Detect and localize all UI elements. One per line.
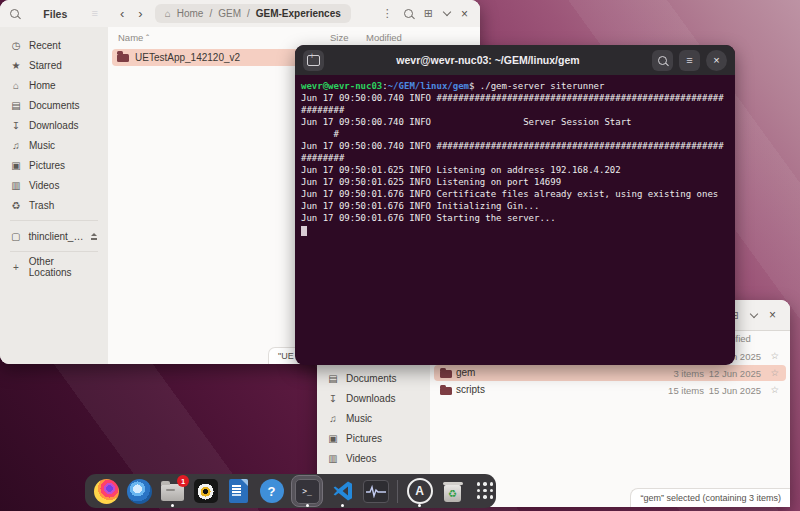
kebab-menu-icon[interactable]: ⋮ <box>382 7 393 20</box>
terminal-title: wevr@wevr-nuc03: ~/GEM/linux/gem <box>324 54 652 66</box>
app-grid-icon <box>477 482 495 500</box>
file-name: scripts <box>456 384 485 395</box>
firefox-icon <box>94 479 119 504</box>
breadcrumb-sep: / <box>247 8 250 19</box>
dock-item-help[interactable]: ? <box>258 474 285 508</box>
home-icon: ⌂ <box>165 8 171 19</box>
dock-item-thunderbird[interactable] <box>126 474 153 508</box>
sidebar-divider <box>10 220 98 221</box>
trash-icon: ♻ <box>444 485 461 502</box>
hamburger-menu-icon[interactable]: ≡ <box>92 8 98 19</box>
hamburger-menu-icon: ≡ <box>686 55 692 66</box>
grid-view-icon[interactable]: ⊞ <box>424 8 433 19</box>
sidebar-item-documents[interactable]: ▤Documents <box>0 95 108 115</box>
file-items-count: 15 items <box>634 385 704 396</box>
new-tab-button[interactable] <box>303 50 324 71</box>
shell-prompt: wevr@wevr-nuc03:~/GEM/linux/gem$ ./gem-s… <box>301 80 729 92</box>
sidebar-item-videos[interactable]: ▥Videos <box>317 448 430 468</box>
star-icon[interactable]: ☆ <box>770 384 779 395</box>
system-monitor-icon <box>363 480 389 503</box>
menu-button[interactable]: ≡ <box>679 50 700 71</box>
search-button[interactable] <box>652 50 673 71</box>
star-icon: ★ <box>10 60 22 71</box>
sidebar-item-home[interactable]: ⌂Home <box>0 75 108 95</box>
forward-button[interactable]: › <box>138 6 142 21</box>
column-header-modified[interactable]: Modified <box>366 32 402 43</box>
dock-item-a-app[interactable]: A <box>406 474 433 508</box>
download-icon: ↧ <box>10 120 22 131</box>
libreoffice-writer-icon <box>229 479 248 503</box>
table-row[interactable]: gem 3 items 12 Jun 2025 ☆ <box>434 365 786 381</box>
sort-asc-icon: ˆ <box>146 32 149 43</box>
column-header-size[interactable]: Size <box>330 32 348 43</box>
sidebar-item-documents[interactable]: ▤Documents <box>317 368 430 388</box>
a-logo-icon: A <box>407 478 433 504</box>
sidebar-item-pictures[interactable]: ▣Pictures <box>317 428 430 448</box>
search-icon[interactable] <box>404 9 413 18</box>
video-icon: ▥ <box>327 453 339 464</box>
trash-icon: ♻ <box>10 200 22 211</box>
close-button[interactable]: × <box>706 50 727 71</box>
sidebar-item-other-locations[interactable]: +Other Locations <box>0 257 108 277</box>
breadcrumb-gem[interactable]: GEM <box>218 8 241 19</box>
breadcrumb[interactable]: ⌂ Home / GEM / GEM-Experiences <box>155 4 351 23</box>
terminal-headerbar: wevr@wevr-nuc03: ~/GEM/linux/gem ≡ × <box>295 45 735 75</box>
back-button[interactable]: ‹ <box>120 6 124 21</box>
sidebar-item-music[interactable]: ♫Music <box>0 135 108 155</box>
vscode-icon <box>331 479 355 503</box>
sidebar-item-starred[interactable]: ★Starred <box>0 55 108 75</box>
dock-item-app-grid[interactable] <box>472 474 499 508</box>
dock-item-rhythmbox[interactable] <box>192 474 219 508</box>
terminal-log: Jun 17 09:50:00.740 INFO ###############… <box>301 92 729 224</box>
terminal-cursor <box>301 226 307 236</box>
breadcrumb-current[interactable]: GEM-Experiences <box>256 8 341 19</box>
folder-icon <box>440 370 452 378</box>
breadcrumb-home[interactable]: Home <box>177 8 204 19</box>
folder-icon <box>117 54 129 62</box>
new-tab-icon <box>307 55 320 66</box>
chevron-down-icon[interactable] <box>750 309 758 317</box>
chevron-down-icon[interactable] <box>443 8 451 16</box>
search-icon[interactable] <box>10 9 19 18</box>
sidebar-item-pictures[interactable]: ▣Pictures <box>0 155 108 175</box>
dock-item-trash[interactable]: ♻ <box>439 474 466 508</box>
sidebar-item-recent[interactable]: ◷Recent <box>0 35 108 55</box>
close-button[interactable]: × <box>769 308 776 322</box>
sidebar-item-trash[interactable]: ♻Trash <box>0 195 108 215</box>
close-button[interactable]: × <box>461 7 468 21</box>
star-icon[interactable]: ☆ <box>770 350 779 361</box>
sidebar-item-thinclient[interactable]: ▢thinclient_… <box>0 226 108 246</box>
dock-separator <box>397 480 398 503</box>
sidebar-item-music[interactable]: ♫Music <box>317 408 430 428</box>
clock-icon: ◷ <box>10 40 22 51</box>
selection-status-pill: “gem” selected (containing 3 items) <box>630 488 790 507</box>
table-row[interactable]: scripts 15 items 15 Jun 2025 ☆ <box>434 382 786 398</box>
dock: 1 ? >_ A ♻ <box>85 474 496 508</box>
dock-item-files[interactable]: 1 <box>159 474 186 508</box>
video-icon: ▥ <box>10 180 22 191</box>
dock-item-libreoffice-writer[interactable] <box>225 474 252 508</box>
thunderbird-icon <box>127 479 152 504</box>
notification-badge: 1 <box>177 475 189 487</box>
prompt-command: $ ./gem-server siterunner <box>469 81 604 91</box>
file-name: gem <box>456 367 475 378</box>
sidebar-item-downloads[interactable]: ↧Downloads <box>0 115 108 135</box>
prompt-path: ~/GEM/linux/gem <box>388 81 469 91</box>
dock-item-firefox[interactable] <box>93 474 120 508</box>
dock-item-vscode[interactable] <box>329 474 356 508</box>
star-icon[interactable]: ☆ <box>770 367 779 378</box>
sidebar-item-downloads[interactable]: ↧Downloads <box>317 388 430 408</box>
eject-icon[interactable] <box>90 233 98 240</box>
terminal-output[interactable]: wevr@wevr-nuc03:~/GEM/linux/gem$ ./gem-s… <box>295 75 735 365</box>
files1-sidebar: ◷Recent ★Starred ⌂Home ▤Documents ↧Downl… <box>0 27 108 364</box>
sidebar-item-videos[interactable]: ▥Videos <box>0 175 108 195</box>
dock-item-system-monitor[interactable] <box>362 474 389 508</box>
picture-icon: ▣ <box>327 433 339 444</box>
column-header-name[interactable]: Name ˆ <box>118 32 149 43</box>
focused-app-highlight: >_ <box>291 475 323 507</box>
file-name: UETestApp_142120_v2 <box>135 52 240 63</box>
home-icon: ⌂ <box>10 80 22 91</box>
help-icon: ? <box>260 479 284 503</box>
dock-item-terminal[interactable]: >_ <box>291 474 323 508</box>
document-icon: ▤ <box>327 373 339 384</box>
